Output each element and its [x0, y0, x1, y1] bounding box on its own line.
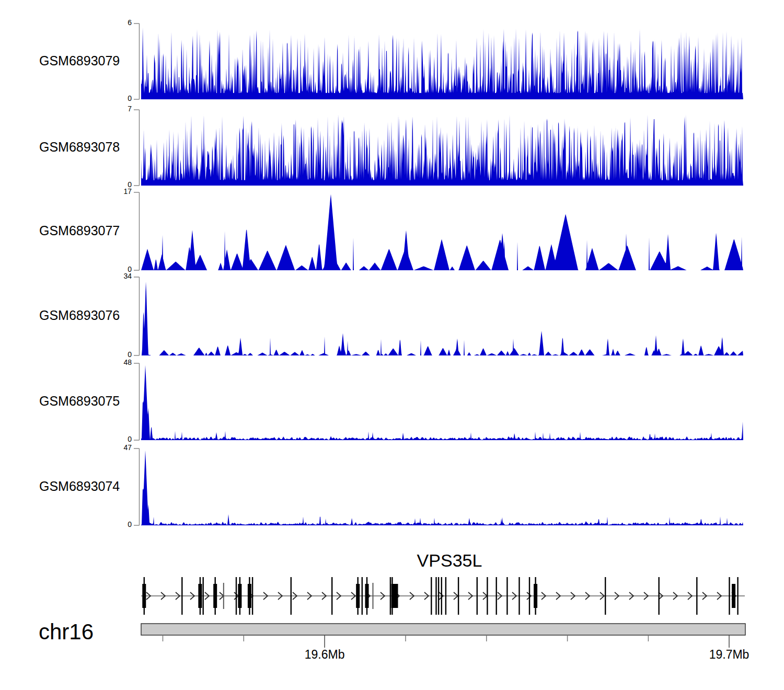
exon-box-wide	[391, 584, 398, 608]
exon-line	[438, 577, 439, 615]
track-label: GSM6893075	[39, 394, 120, 409]
exon-line	[252, 577, 253, 615]
track-ymax-label: 34	[107, 272, 132, 280]
y-axis	[134, 363, 140, 440]
exon-box	[534, 584, 537, 608]
y-axis	[134, 110, 140, 186]
chromosome-ideogram	[141, 624, 745, 635]
track-label: GSM6893078	[39, 140, 120, 155]
signal-area	[141, 365, 743, 440]
y-axis	[134, 448, 140, 525]
track-label: GSM6893076	[39, 308, 120, 323]
track-label: GSM6893077	[39, 224, 120, 238]
signal-area	[141, 282, 743, 355]
chromosome-label: chr16	[39, 620, 94, 644]
exon-line-dim	[223, 583, 224, 609]
exon-line	[496, 577, 497, 615]
exon-line	[518, 577, 520, 615]
genome-coverage-browser: VPS35L chr16 GSM689307960GSM689307870GSM…	[0, 0, 784, 690]
track-ymax-label: 7	[107, 105, 132, 113]
exon-box	[238, 584, 241, 608]
track-label: GSM6893074	[39, 479, 120, 494]
gene-name-label: VPS35L	[417, 551, 482, 570]
exon-line	[390, 577, 391, 615]
exon-line	[362, 577, 363, 615]
exon-box	[732, 584, 735, 608]
exon-box	[356, 584, 360, 608]
exon-line	[729, 577, 730, 615]
axis-tick-label: 19.6Mb	[293, 648, 356, 661]
track-ymin-label: 0	[107, 435, 132, 443]
exon-line	[331, 577, 332, 615]
y-axis	[134, 192, 140, 270]
exon-box	[213, 584, 217, 608]
exon-line	[506, 577, 508, 615]
track-label: GSM6893079	[39, 54, 120, 68]
exon-line	[236, 577, 237, 615]
axis-tick-label: 19.7Mb	[698, 648, 760, 661]
exon-line-dim	[373, 583, 374, 609]
track-ymax-label: 6	[107, 19, 132, 27]
exon-line	[291, 577, 292, 615]
track-ymax-label: 48	[107, 359, 132, 366]
exon-line	[487, 577, 488, 615]
exon-line	[445, 577, 446, 615]
exon-line	[659, 577, 660, 615]
exon-line	[435, 577, 436, 615]
exon-line	[441, 577, 442, 615]
y-axis	[134, 277, 140, 355]
exon-box	[248, 584, 251, 608]
exon-line	[529, 577, 530, 615]
exon-line	[696, 577, 697, 615]
y-axis	[134, 24, 140, 99]
exon-line	[458, 577, 459, 615]
exon-line	[181, 577, 182, 615]
exon-box	[365, 584, 369, 608]
signal-area	[141, 451, 743, 526]
exon-line	[203, 577, 204, 615]
plot-canvas	[0, 0, 784, 690]
exon-line	[431, 577, 432, 615]
exon-line	[477, 577, 478, 615]
signal-area	[141, 114, 743, 186]
exon-line	[737, 577, 738, 615]
track-ymax-label: 47	[107, 444, 132, 452]
signal-area	[141, 194, 743, 270]
exon-box	[142, 584, 146, 608]
signal-area	[141, 27, 743, 99]
exon-box	[198, 584, 202, 608]
track-ymin-label: 0	[107, 95, 132, 102]
exon-line	[605, 577, 606, 615]
track-ymin-label: 0	[107, 521, 132, 528]
track-ymax-label: 17	[107, 188, 132, 196]
